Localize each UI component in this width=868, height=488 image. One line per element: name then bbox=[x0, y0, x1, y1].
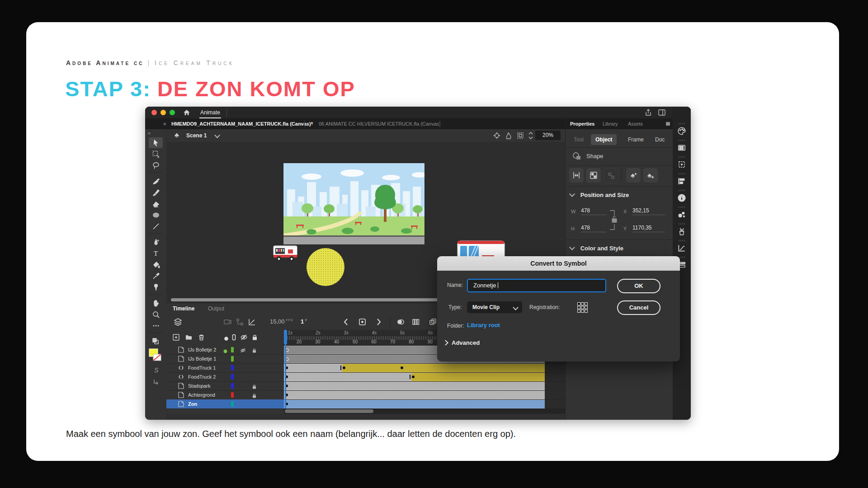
eraser-tool[interactable] bbox=[149, 198, 163, 209]
frame-span[interactable] bbox=[342, 364, 545, 372]
dialog-title[interactable]: Convert to Symbol bbox=[437, 256, 680, 271]
app-tab-animate[interactable]: Animate bbox=[196, 107, 225, 118]
zoom-tool[interactable] bbox=[149, 309, 163, 320]
swap-object-button[interactable] bbox=[586, 168, 601, 183]
layer-color-swatch[interactable] bbox=[231, 401, 234, 407]
scene-dropdown-chevron[interactable] bbox=[214, 132, 220, 138]
free-transform-tool[interactable] bbox=[149, 149, 163, 160]
home-icon[interactable] bbox=[183, 109, 190, 116]
group-button[interactable] bbox=[604, 168, 619, 183]
new-folder-icon[interactable] bbox=[185, 333, 193, 341]
brushes-panel-icon[interactable] bbox=[677, 227, 686, 236]
layer-color-swatch[interactable] bbox=[231, 347, 234, 352]
text-tool[interactable]: T bbox=[149, 248, 163, 259]
clip-content-icon[interactable] bbox=[516, 131, 524, 140]
line-tool[interactable] bbox=[149, 221, 163, 232]
frame-span[interactable] bbox=[284, 373, 411, 381]
fill-color-swatch[interactable] bbox=[149, 348, 162, 362]
frame-row-stadspark[interactable] bbox=[284, 381, 565, 391]
park-artwork[interactable] bbox=[283, 163, 425, 244]
swatches-panel-icon[interactable] bbox=[677, 143, 686, 152]
panel-grip[interactable] bbox=[679, 156, 685, 158]
asset-warp-tool[interactable] bbox=[149, 282, 163, 293]
frame-row-foodtruck-2[interactable] bbox=[284, 372, 565, 382]
selection-tool[interactable] bbox=[149, 137, 163, 148]
camera-icon[interactable] bbox=[223, 318, 232, 326]
frame-span[interactable] bbox=[284, 400, 545, 408]
timeline-horizontal-scrollbar[interactable] bbox=[284, 408, 565, 414]
current-frame-value[interactable]: 1 F bbox=[301, 318, 307, 325]
panel-grip[interactable] bbox=[679, 140, 685, 141]
oval-tool[interactable] bbox=[149, 210, 163, 221]
frame-span[interactable] bbox=[284, 391, 545, 399]
playhead[interactable] bbox=[285, 330, 286, 408]
motion-editor-panel-icon[interactable] bbox=[677, 244, 686, 253]
color-panel-icon[interactable] bbox=[677, 127, 686, 136]
workspace-layout-icon[interactable] bbox=[658, 108, 666, 117]
x-value[interactable]: 352,15 bbox=[632, 207, 665, 215]
info-panel-icon[interactable] bbox=[677, 193, 686, 202]
layer-row-ijs-bolletje-1[interactable]: IJs Bolletje 1 bbox=[166, 354, 284, 364]
playhead-frame-icon[interactable] bbox=[358, 318, 367, 326]
onion-skin-outlines-icon[interactable] bbox=[411, 318, 420, 326]
frame-row-zon[interactable] bbox=[284, 399, 565, 409]
doc-tab-inactive[interactable]: × 06 ANIMATE CC HILVERSUM ICETRUCK.fla (… bbox=[306, 118, 447, 129]
section-position-and-size[interactable]: Position and Size bbox=[570, 192, 670, 201]
new-layer-icon[interactable] bbox=[172, 333, 180, 341]
layer-row-zon[interactable]: Zon bbox=[166, 399, 284, 409]
graph-icon[interactable] bbox=[248, 318, 256, 326]
snap-tool[interactable]: S bbox=[149, 365, 163, 375]
step-back-icon[interactable] bbox=[342, 318, 350, 326]
zoom-level-value[interactable]: 20% bbox=[535, 131, 561, 140]
panel-menu-icon[interactable] bbox=[666, 122, 670, 126]
show-all-column-icon[interactable] bbox=[222, 335, 230, 343]
layer-row-ijs-bolletje-2[interactable]: IJs Bolletje 2 bbox=[166, 345, 284, 355]
layer-parenting-icon[interactable] bbox=[236, 318, 244, 326]
step-forward-icon[interactable] bbox=[374, 318, 383, 326]
panel-grip[interactable] bbox=[679, 223, 685, 225]
collapse-section-chevron[interactable] bbox=[569, 244, 575, 250]
more-tool[interactable] bbox=[149, 320, 163, 331]
minimize-window-button[interactable] bbox=[160, 110, 166, 115]
transform-panel-icon[interactable] bbox=[677, 160, 686, 169]
layer-color-swatch[interactable] bbox=[231, 356, 234, 361]
lasso-tool[interactable] bbox=[149, 160, 163, 171]
tab-timeline[interactable]: Timeline bbox=[173, 303, 194, 314]
symbol-type-dropdown[interactable]: Movie Clip bbox=[467, 301, 522, 313]
subtab-object[interactable]: Object bbox=[591, 134, 617, 145]
onion-skin-icon[interactable] bbox=[396, 318, 405, 326]
corner-tool[interactable] bbox=[149, 377, 163, 388]
collapse-panel-icon[interactable]: « bbox=[148, 130, 151, 136]
hide-column-icon[interactable] bbox=[240, 333, 248, 341]
zoom-stepper[interactable] bbox=[528, 131, 533, 140]
close-window-button[interactable] bbox=[151, 110, 157, 115]
panel-grip[interactable] bbox=[679, 206, 685, 208]
tab-library[interactable]: Library bbox=[603, 118, 618, 129]
convert-to-symbol-button[interactable]: ♣ bbox=[626, 168, 641, 183]
width-tool-button[interactable] bbox=[569, 168, 584, 183]
height-value[interactable]: 478 bbox=[581, 225, 606, 232]
panel-grip[interactable] bbox=[679, 173, 685, 174]
sun-shape[interactable] bbox=[307, 248, 344, 286]
folder-link[interactable]: Library root bbox=[467, 322, 500, 328]
scrollbar-thumb[interactable] bbox=[285, 409, 373, 413]
fluid-brush-tool[interactable] bbox=[149, 176, 163, 187]
lock-column-icon[interactable] bbox=[251, 333, 259, 341]
layer-lock-icon[interactable] bbox=[251, 347, 257, 353]
rotate-tool-icon[interactable] bbox=[505, 131, 513, 140]
frame-span[interactable] bbox=[411, 373, 545, 381]
doc-tab-active[interactable]: × HMEMDO9_ACHTERNAAM_NAAM_ICETRUCK.fla (… bbox=[159, 118, 319, 129]
classic-brush-tool[interactable] bbox=[149, 187, 163, 198]
tab-properties[interactable]: Properties bbox=[570, 118, 594, 129]
eyedropper-tool[interactable] bbox=[149, 271, 163, 282]
layer-hidden-icon[interactable] bbox=[240, 347, 246, 353]
layer-color-swatch[interactable] bbox=[231, 392, 234, 398]
scene-breadcrumb[interactable]: Scene 1 bbox=[186, 129, 207, 142]
zoom-window-button[interactable] bbox=[170, 110, 175, 115]
cancel-button[interactable]: Cancel bbox=[617, 300, 660, 315]
frame-span[interactable] bbox=[284, 382, 545, 390]
section-color-and-style[interactable]: Color and Style bbox=[570, 245, 670, 254]
delete-layer-icon[interactable] bbox=[198, 333, 205, 341]
ok-button[interactable]: OK bbox=[617, 279, 660, 293]
advanced-toggle[interactable]: Advanced bbox=[443, 339, 480, 346]
